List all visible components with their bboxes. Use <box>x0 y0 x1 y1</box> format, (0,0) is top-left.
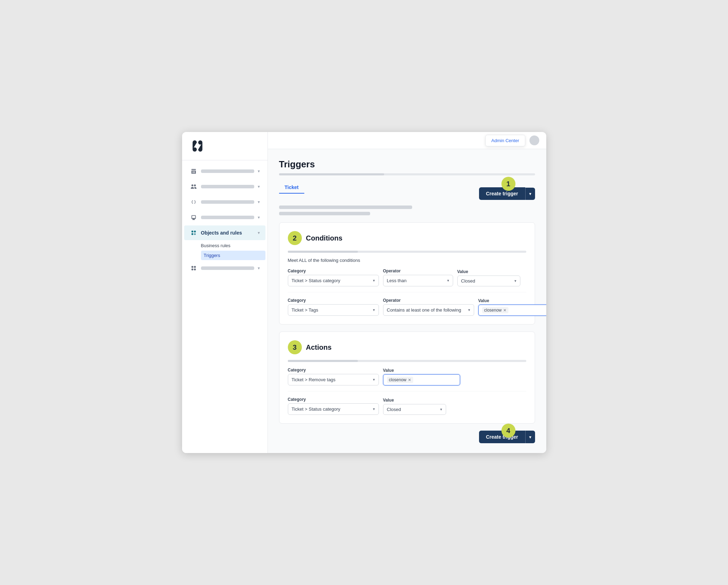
progress-bar <box>279 173 535 175</box>
chevron-icon-5: ▾ <box>258 230 260 235</box>
cond1-value-select[interactable]: Closed ▾ <box>457 276 520 286</box>
sidebar-item-apps[interactable]: ▾ <box>184 261 265 276</box>
cond2-category-label: Category <box>288 298 379 303</box>
action2-category-select[interactable]: Ticket > Status category ▾ <box>288 403 379 415</box>
progress-bar-fill <box>279 173 384 175</box>
svg-point-0 <box>193 147 197 152</box>
nav-item-label-2 <box>201 185 254 188</box>
conditions-title: Conditions <box>306 234 342 242</box>
people-icon <box>190 183 197 190</box>
page-title: Triggers <box>279 159 535 170</box>
cond1-operator-select[interactable]: Less than ▾ <box>383 275 453 286</box>
action2-category-chevron: ▾ <box>373 407 375 411</box>
bottom-bar: 4 Create trigger ▾ <box>279 431 535 443</box>
nav-item-label-6 <box>201 266 254 270</box>
action-row-2: Category Ticket > Status category ▾ Valu… <box>288 397 526 415</box>
cond2-tag-closenow: closenow ✕ <box>482 307 508 313</box>
cond1-operator-group: Operator Less than ▾ <box>383 269 453 286</box>
actions-title: Actions <box>306 343 332 351</box>
chevron-icon-1: ▾ <box>258 169 260 174</box>
cond1-category-label: Category <box>288 269 379 273</box>
sidebar-nav: ▾ ▾ ▾ <box>182 160 268 453</box>
admin-center-dropdown[interactable]: Admin Center <box>485 135 525 146</box>
step-badge-2: 2 <box>288 231 302 245</box>
cond2-operator-label: Operator <box>383 298 474 303</box>
action2-category-group: Category Ticket > Status category ▾ <box>288 397 379 415</box>
sub-nav-item-triggers[interactable]: Triggers <box>201 251 265 260</box>
cond2-tag-text: closenow <box>484 308 502 313</box>
cond1-operator-chevron: ▾ <box>447 278 449 283</box>
zendesk-logo <box>189 140 206 152</box>
cond2-operator-group: Operator Contains at least one of the fo… <box>383 298 474 316</box>
cond2-category-select[interactable]: Ticket > Tags ▾ <box>288 304 379 316</box>
action1-value-label: Value <box>383 368 460 373</box>
step-badge-4: 4 <box>501 424 515 438</box>
conditions-subtitle: Meet ALL of the following conditions <box>288 258 526 263</box>
cond2-value-tag-input[interactable]: closenow ✕ <box>478 305 546 316</box>
cond1-category-select[interactable]: Ticket > Status category ▾ <box>288 275 379 286</box>
chevron-icon-2: ▾ <box>258 184 260 189</box>
action2-category-label: Category <box>288 397 379 402</box>
step-badge-3: 3 <box>288 340 302 354</box>
action2-value-group: Value Closed ▾ <box>383 398 446 415</box>
sidebar-item-people[interactable]: ▾ <box>184 179 265 194</box>
cond2-value-group: Value closenow ✕ <box>478 298 546 316</box>
cond2-operator-chevron: ▾ <box>468 308 470 312</box>
user-avatar[interactable] <box>529 135 539 145</box>
sidebar: ▾ ▾ ▾ <box>182 132 268 453</box>
sidebar-item-objects-rules-label: Objects and rules <box>201 230 254 236</box>
action1-tag-text: closenow <box>389 377 407 382</box>
sub-nav-item-business-rules[interactable]: Business rules <box>201 241 265 250</box>
actions-progress-fill <box>288 360 358 362</box>
create-trigger-chevron-top[interactable]: ▾ <box>525 188 535 200</box>
cond2-tag-remove[interactable]: ✕ <box>503 308 506 313</box>
sidebar-item-buildings[interactable]: ▾ <box>184 164 265 179</box>
cond2-operator-select[interactable]: Contains at least one of the following ▾ <box>383 304 474 316</box>
arrows-icon <box>190 198 197 206</box>
conditions-progress <box>288 251 526 253</box>
chevron-icon-6: ▾ <box>258 266 260 271</box>
action1-tag-remove[interactable]: ✕ <box>408 378 411 382</box>
top-bar: Admin Center <box>268 132 546 149</box>
sidebar-item-objects-rules[interactable]: Objects and rules ▾ <box>184 225 265 240</box>
svg-point-1 <box>198 140 202 145</box>
sidebar-item-monitor[interactable]: ▾ <box>184 210 265 225</box>
condition-row-1: Category Ticket > Status category ▾ Oper… <box>288 269 526 292</box>
cond1-value-chevron: ▾ <box>514 279 516 283</box>
action2-value-label: Value <box>383 398 446 403</box>
action1-category-chevron: ▾ <box>373 377 375 382</box>
cond1-value-group: Value Closed ▾ <box>457 269 520 286</box>
action-row-1: Category Ticket > Remove tags ▾ Value cl… <box>288 368 526 391</box>
condition-row-2: Category Ticket > Tags ▾ Operator Contai… <box>288 298 526 316</box>
skeleton-bar-2 <box>279 212 370 215</box>
logo-area <box>182 132 268 160</box>
actions-progress <box>288 360 526 362</box>
cond2-category-chevron: ▾ <box>373 308 375 312</box>
tab-ticket[interactable]: Ticket <box>279 182 304 194</box>
create-trigger-chevron-bottom[interactable]: ▾ <box>525 431 535 443</box>
chevron-icon-4: ▾ <box>258 215 260 220</box>
action1-value-group: Value closenow ✕ <box>383 368 460 385</box>
actions-header: 3 Actions <box>288 340 526 354</box>
action1-category-group: Category Ticket > Remove tags ▾ <box>288 368 379 385</box>
nav-item-label-3 <box>201 200 254 204</box>
action2-value-select[interactable]: Closed ▾ <box>383 404 446 415</box>
chevron-icon-3: ▾ <box>258 200 260 204</box>
conditions-header: 2 Conditions <box>288 231 526 245</box>
app-container: ▾ ▾ ▾ <box>182 132 546 453</box>
sidebar-item-arrows[interactable]: ▾ <box>184 195 265 209</box>
skeleton-bar-1 <box>279 206 412 209</box>
action1-category-select[interactable]: Ticket > Remove tags ▾ <box>288 374 379 385</box>
cond1-category-chevron: ▾ <box>373 278 375 283</box>
cond1-category-group: Category Ticket > Status category ▾ <box>288 269 379 286</box>
step-badge-1: 1 <box>501 177 515 191</box>
conditions-section: 2 Conditions Meet ALL of the following c… <box>279 222 535 325</box>
page-content: Triggers Ticket 1 Create trigger ▾ <box>268 149 546 453</box>
action1-value-tag-input[interactable]: closenow ✕ <box>383 374 460 385</box>
objects-rules-icon <box>190 229 197 237</box>
apps-icon <box>190 264 197 272</box>
sub-nav: Business rules Triggers <box>182 241 268 260</box>
actions-section: 3 Actions Category Ticket > Remove tags … <box>279 332 535 424</box>
create-trigger-button-top[interactable]: Create trigger <box>479 187 525 200</box>
monitor-icon <box>190 214 197 221</box>
